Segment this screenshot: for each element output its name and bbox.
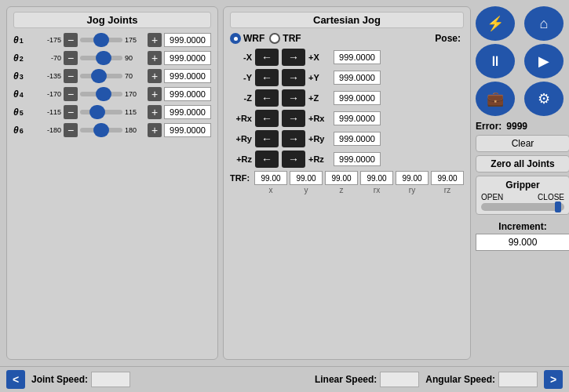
joint-plus-btn-4[interactable]: +	[148, 87, 162, 101]
home-icon[interactable]: ⌂	[524, 6, 564, 41]
trf-value-5[interactable]	[431, 171, 464, 185]
axis-neg-label-1: -Y	[230, 73, 252, 82]
jog-pos-btn-0[interactable]	[282, 49, 305, 66]
joint-value-5[interactable]	[164, 105, 211, 119]
joint-plus-btn-3[interactable]: +	[148, 69, 162, 83]
joint-max-2: 90	[125, 54, 145, 62]
cart-value-3[interactable]	[334, 111, 381, 125]
right-panel: ⚡⌂⏸▶💼⚙ Error: 9999 Clear Zero all Joints…	[476, 6, 569, 360]
joint-minus-btn-6[interactable]: −	[64, 123, 78, 137]
joint-plus-btn-6[interactable]: +	[148, 123, 162, 137]
joint-slider-6[interactable]	[80, 123, 122, 137]
gripper-section: Gripper OPEN CLOSE	[476, 176, 569, 215]
pause-icon[interactable]: ⏸	[476, 44, 515, 78]
cartesian-row-3: +Rx +Rx	[230, 110, 464, 127]
gripper-title: Gripper	[481, 180, 564, 191]
axis-neg-label-0: -X	[230, 53, 252, 62]
joint-value-1[interactable]	[164, 33, 211, 47]
trf-value-1[interactable]	[290, 171, 323, 185]
joint-value-6[interactable]	[164, 123, 211, 137]
joint-min-2: -70	[41, 54, 61, 62]
error-row: Error: 9999	[476, 121, 569, 132]
wrf-option[interactable]: WRF	[230, 33, 264, 44]
cart-value-4[interactable]	[334, 132, 381, 146]
joint-slider-4[interactable]	[80, 87, 122, 101]
jog-neg-btn-3[interactable]	[255, 110, 279, 127]
axis-pos-label-3: +Rx	[308, 114, 330, 123]
joint-value-3[interactable]	[164, 69, 211, 83]
trf-option[interactable]: TRF	[269, 33, 301, 44]
joint-slider-1[interactable]	[80, 33, 122, 47]
gripper-slider[interactable]	[481, 203, 564, 211]
joint-max-6: 180	[125, 126, 145, 134]
trf-value-3[interactable]	[360, 171, 393, 185]
prev-button[interactable]: <	[6, 370, 25, 389]
gripper-open-label: OPEN	[481, 193, 503, 201]
settings-icon[interactable]: ⚙	[524, 82, 564, 116]
cart-value-2[interactable]	[334, 91, 381, 105]
linear-speed-label: Linear Speed:	[315, 374, 377, 385]
joint-plus-btn-2[interactable]: +	[148, 51, 162, 65]
joint-minus-btn-3[interactable]: −	[64, 69, 78, 83]
pose-label: Pose:	[435, 33, 464, 44]
wrf-trf-row: WRF TRF Pose:	[230, 33, 464, 44]
trf-radio[interactable]	[269, 33, 280, 44]
jog-neg-btn-5[interactable]	[255, 151, 279, 168]
next-button[interactable]: >	[544, 370, 563, 389]
trf-axis-label-2: z	[325, 186, 358, 194]
increment-input[interactable]	[476, 234, 569, 251]
play-icon[interactable]: ▶	[524, 44, 564, 78]
cart-value-0[interactable]	[334, 50, 381, 64]
angular-speed-input[interactable]	[498, 372, 538, 387]
trf-values-row: TRF:	[230, 171, 464, 185]
trf-axis-label-1: y	[290, 186, 323, 194]
robot-connect-icon[interactable]: ⚡	[476, 6, 515, 41]
joint-slider-5[interactable]	[80, 105, 122, 119]
wrf-radio[interactable]	[230, 33, 241, 44]
briefcase-icon[interactable]: 💼	[476, 82, 515, 116]
jog-neg-btn-2[interactable]	[255, 89, 279, 107]
cart-value-5[interactable]	[334, 152, 381, 166]
joint-thumb-5	[89, 105, 105, 119]
joint-plus-btn-5[interactable]: +	[148, 105, 162, 119]
trf-axis-labels: xyzrxryrz	[254, 186, 464, 194]
jog-pos-btn-1[interactable]	[282, 69, 305, 86]
joint-slider-2[interactable]	[80, 51, 122, 65]
trf-value-2[interactable]	[325, 171, 358, 185]
joint-plus-btn-1[interactable]: +	[148, 33, 162, 47]
joint-min-4: -170	[41, 90, 61, 98]
joint-minus-btn-4[interactable]: −	[64, 87, 78, 101]
zero-joints-button[interactable]: Zero all Joints	[476, 155, 569, 172]
jog-pos-btn-4[interactable]	[282, 130, 305, 147]
joint-minus-btn-1[interactable]: −	[64, 33, 78, 47]
joint-value-4[interactable]	[164, 87, 211, 101]
joint-slider-3[interactable]	[80, 69, 122, 83]
joint-speed-input[interactable]	[91, 372, 130, 387]
jog-pos-btn-2[interactable]	[282, 89, 305, 107]
axis-pos-label-2: +Z	[308, 93, 330, 103]
jog-neg-btn-4[interactable]	[255, 130, 279, 147]
cart-value-1[interactable]	[334, 71, 381, 85]
joint-min-5: -115	[41, 108, 61, 116]
jog-neg-btn-0[interactable]	[255, 49, 279, 66]
trf-value-4[interactable]	[396, 171, 429, 185]
joint-value-2[interactable]	[164, 51, 211, 65]
joint-minus-btn-5[interactable]: −	[64, 105, 78, 119]
jog-pos-btn-5[interactable]	[282, 151, 305, 168]
increment-section: Increment:	[476, 221, 569, 251]
angular-speed-label: Angular Speed:	[425, 374, 495, 385]
jog-neg-btn-1[interactable]	[255, 69, 279, 86]
joint-label-5: θ5	[13, 107, 38, 118]
gripper-close-label: CLOSE	[538, 193, 564, 201]
joint-minus-btn-2[interactable]: −	[64, 51, 78, 65]
joint-label-2: θ2	[13, 53, 38, 64]
joint-row-5: θ5 -115 − 115 +	[13, 105, 211, 119]
axis-pos-label-5: +Rz	[308, 154, 330, 164]
axis-pos-label-4: +Ry	[308, 134, 330, 143]
trf-value-0[interactable]	[254, 171, 287, 185]
clear-button[interactable]: Clear	[476, 135, 569, 152]
joint-thumb-1	[93, 33, 109, 47]
linear-speed-section: Linear Speed:	[315, 372, 419, 387]
jog-pos-btn-3[interactable]	[282, 110, 305, 127]
linear-speed-input[interactable]	[380, 372, 419, 387]
